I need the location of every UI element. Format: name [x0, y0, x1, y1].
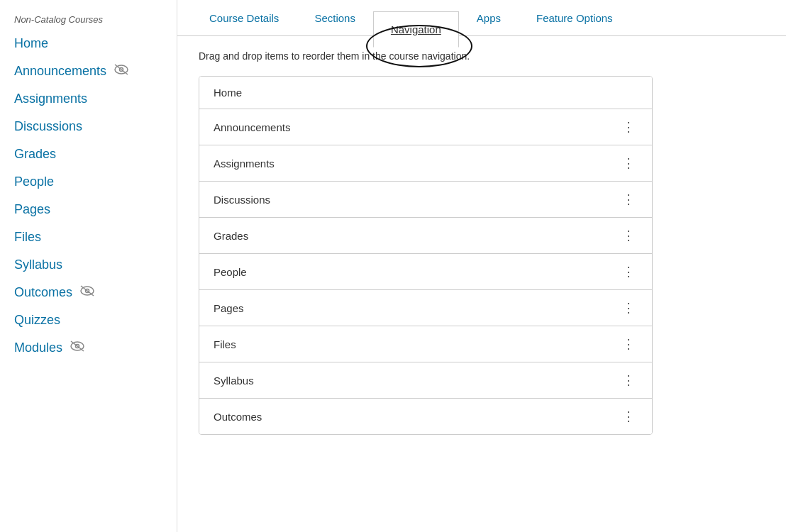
sidebar-item-assignments: Assignments: [14, 92, 177, 106]
tabs-bar: Course DetailsSectionsNavigationAppsFeat…: [177, 0, 786, 36]
sidebar-item-grades: Grades: [14, 147, 177, 162]
nav-item-label-grades: Grades: [214, 230, 248, 242]
nav-item-label-assignments: Assignments: [214, 157, 275, 170]
sidebar-link-files[interactable]: Files: [14, 230, 41, 245]
tab-apps[interactable]: Apps: [459, 0, 519, 35]
hidden-icon-modules: [70, 340, 85, 355]
drag-instructions: Drag and drop items to reorder them in t…: [199, 50, 765, 62]
sidebar-link-home[interactable]: Home: [14, 36, 48, 51]
nav-item-pages[interactable]: Pages⋮: [199, 290, 652, 326]
sidebar-link-assignments[interactable]: Assignments: [14, 92, 87, 106]
sidebar-item-people: People: [14, 174, 177, 189]
tab-feature-options[interactable]: Feature Options: [519, 0, 631, 35]
nav-item-discussions[interactable]: Discussions⋮: [199, 182, 652, 218]
sidebar-link-announcements[interactable]: Announcements: [14, 64, 106, 79]
nav-item-label-people: People: [214, 266, 247, 278]
hidden-icon-announcements: [114, 64, 129, 79]
nav-item-label-home: Home: [214, 87, 242, 99]
sidebar-item-syllabus: Syllabus: [14, 257, 177, 272]
nav-item-menu-grades[interactable]: ⋮: [619, 228, 638, 243]
nav-item-files[interactable]: Files⋮: [199, 326, 652, 362]
nav-item-menu-syllabus[interactable]: ⋮: [619, 372, 638, 388]
sidebar-link-discussions[interactable]: Discussions: [14, 119, 82, 134]
nav-item-label-discussions: Discussions: [214, 194, 270, 206]
nav-item-menu-pages[interactable]: ⋮: [619, 300, 638, 316]
tab-navigation[interactable]: Navigation: [373, 11, 459, 48]
sidebar-item-files: Files: [14, 230, 177, 245]
nav-item-label-pages: Pages: [214, 302, 244, 314]
hidden-icon-outcomes: [79, 285, 95, 300]
main-content: Course DetailsSectionsNavigationAppsFeat…: [177, 0, 786, 532]
tab-sections[interactable]: Sections: [297, 0, 373, 35]
sidebar-link-people[interactable]: People: [14, 174, 54, 189]
nav-item-label-files: Files: [214, 338, 236, 350]
sidebar-item-pages: Pages: [14, 202, 177, 217]
sidebar-link-syllabus[interactable]: Syllabus: [14, 257, 62, 272]
sidebar-link-grades[interactable]: Grades: [14, 147, 56, 162]
nav-item-menu-outcomes[interactable]: ⋮: [619, 409, 638, 424]
tab-course-details[interactable]: Course Details: [192, 0, 297, 35]
sidebar-item-quizzes: Quizzes: [14, 313, 177, 328]
sidebar-item-outcomes: Outcomes: [14, 285, 177, 300]
sidebar-link-quizzes[interactable]: Quizzes: [14, 313, 60, 328]
sidebar-item-home: Home: [14, 36, 177, 51]
sidebar-item-modules: Modules: [14, 340, 177, 355]
sidebar-item-discussions: Discussions: [14, 119, 177, 134]
nav-item-menu-people[interactable]: ⋮: [619, 264, 638, 279]
nav-item-label-syllabus: Syllabus: [214, 375, 254, 387]
nav-item-menu-files[interactable]: ⋮: [619, 336, 638, 352]
navigation-list: HomeAnnouncements⋮Assignments⋮Discussion…: [199, 76, 653, 435]
nav-item-grades[interactable]: Grades⋮: [199, 218, 652, 254]
content-area: Drag and drop items to reorder them in t…: [177, 36, 786, 449]
nav-item-syllabus[interactable]: Syllabus⋮: [199, 362, 652, 399]
sidebar-link-outcomes[interactable]: Outcomes: [14, 285, 72, 300]
nav-item-menu-announcements[interactable]: ⋮: [619, 119, 638, 135]
nav-item-outcomes[interactable]: Outcomes⋮: [199, 399, 652, 434]
nav-item-menu-assignments[interactable]: ⋮: [619, 155, 638, 171]
sidebar-link-modules[interactable]: Modules: [14, 340, 62, 355]
nav-item-home[interactable]: Home: [199, 77, 652, 109]
nav-item-label-announcements: Announcements: [214, 121, 290, 133]
sidebar: Non-Catalog Courses HomeAnnouncements As…: [0, 0, 177, 532]
sidebar-item-announcements: Announcements: [14, 64, 177, 79]
tab-navigation-wrapper: Navigation: [373, 23, 459, 35]
nav-item-assignments[interactable]: Assignments⋮: [199, 145, 652, 182]
nav-item-people[interactable]: People⋮: [199, 254, 652, 290]
nav-item-label-outcomes: Outcomes: [214, 411, 262, 423]
sidebar-label: Non-Catalog Courses: [14, 14, 177, 25]
nav-item-menu-discussions[interactable]: ⋮: [619, 192, 638, 207]
sidebar-link-pages[interactable]: Pages: [14, 202, 50, 217]
nav-item-announcements[interactable]: Announcements⋮: [199, 109, 652, 145]
